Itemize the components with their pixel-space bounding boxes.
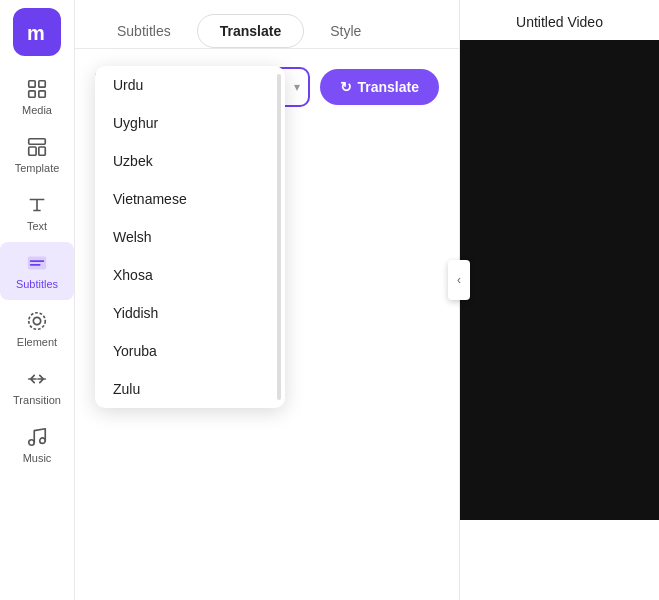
- text-icon: [26, 194, 48, 216]
- svg-text:m: m: [27, 22, 45, 44]
- sidebar-item-element-label: Element: [17, 336, 57, 348]
- logo-icon: m: [23, 18, 51, 46]
- translate-button[interactable]: ↻ Translate: [320, 69, 439, 105]
- dropdown-item-urdu[interactable]: Urdu: [95, 66, 285, 104]
- sidebar-item-media-label: Media: [22, 104, 52, 116]
- sidebar-item-subtitles-label: Subtitles: [16, 278, 58, 290]
- sidebar-item-template[interactable]: Template: [0, 126, 74, 184]
- refresh-icon: ↻: [340, 79, 352, 95]
- sidebar-item-template-label: Template: [15, 162, 60, 174]
- media-icon: [26, 78, 48, 100]
- dropdown-scrollbar: [277, 74, 281, 400]
- svg-point-11: [29, 440, 35, 446]
- sidebar-item-transition[interactable]: Transition: [0, 358, 74, 416]
- tab-bar: Subtitles Translate Style: [75, 0, 459, 49]
- tab-translate[interactable]: Translate: [197, 14, 304, 48]
- svg-rect-6: [29, 147, 36, 155]
- subtitles-icon: [26, 252, 48, 274]
- music-icon: [26, 426, 48, 448]
- video-preview: ‹: [460, 40, 659, 520]
- dropdown-item-yoruba[interactable]: Yoruba: [95, 332, 285, 370]
- svg-rect-1: [29, 81, 35, 87]
- sidebar-item-music-label: Music: [23, 452, 52, 464]
- transition-icon: [26, 368, 48, 390]
- svg-rect-4: [39, 91, 45, 97]
- svg-point-9: [33, 317, 40, 324]
- main-panel: Subtitles Translate Style ▾ ↻ Translate …: [75, 0, 459, 600]
- svg-point-12: [40, 438, 46, 444]
- dropdown-item-uzbek[interactable]: Uzbek: [95, 142, 285, 180]
- translate-button-label: Translate: [358, 79, 419, 95]
- sidebar-item-text[interactable]: Text: [0, 184, 74, 242]
- svg-rect-2: [39, 81, 45, 87]
- svg-rect-3: [29, 91, 35, 97]
- sidebar-item-text-label: Text: [27, 220, 47, 232]
- svg-rect-5: [29, 139, 46, 145]
- svg-rect-7: [39, 147, 45, 155]
- dropdown-item-zulu[interactable]: Zulu: [95, 370, 285, 408]
- sidebar: m Media Template Text Subtitl: [0, 0, 75, 600]
- language-dropdown: Urdu Uyghur Uzbek Vietnamese Welsh Xhosa…: [95, 66, 285, 408]
- right-panel: Untitled Video ‹: [459, 0, 659, 600]
- sidebar-item-music[interactable]: Music: [0, 416, 74, 474]
- sidebar-item-subtitles[interactable]: Subtitles: [0, 242, 74, 300]
- svg-point-10: [29, 313, 46, 330]
- sidebar-item-media[interactable]: Media: [0, 68, 74, 126]
- element-icon: [26, 310, 48, 332]
- dropdown-item-vietnamese[interactable]: Vietnamese: [95, 180, 285, 218]
- tab-style[interactable]: Style: [308, 15, 383, 47]
- template-icon: [26, 136, 48, 158]
- video-nav-arrow[interactable]: ‹: [448, 260, 470, 300]
- video-title: Untitled Video: [460, 0, 659, 40]
- tab-subtitles[interactable]: Subtitles: [95, 15, 193, 47]
- dropdown-item-xhosa[interactable]: Xhosa: [95, 256, 285, 294]
- sidebar-item-transition-label: Transition: [13, 394, 61, 406]
- dropdown-item-uyghur[interactable]: Uyghur: [95, 104, 285, 142]
- svg-rect-8: [28, 257, 46, 270]
- dropdown-item-yiddish[interactable]: Yiddish: [95, 294, 285, 332]
- sidebar-item-element[interactable]: Element: [0, 300, 74, 358]
- app-logo[interactable]: m: [13, 8, 61, 56]
- dropdown-item-welsh[interactable]: Welsh: [95, 218, 285, 256]
